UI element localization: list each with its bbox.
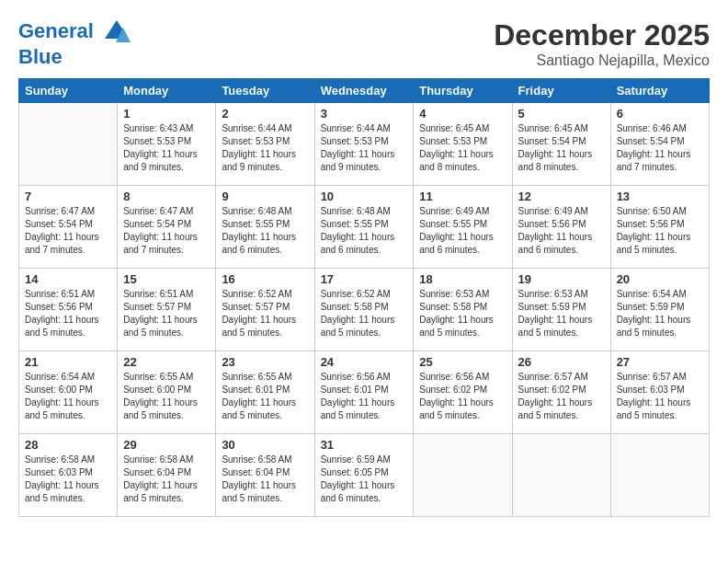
weekday-header-cell: Tuesday bbox=[216, 79, 314, 103]
day-number: 19 bbox=[518, 272, 605, 286]
calendar-day-cell: 4Sunrise: 6:45 AMSunset: 5:53 PMDaylight… bbox=[414, 103, 512, 186]
calendar-week-row: 1Sunrise: 6:43 AMSunset: 5:53 PMDaylight… bbox=[19, 103, 710, 186]
day-number: 21 bbox=[25, 355, 111, 369]
logo: General Blue bbox=[18, 18, 131, 68]
day-info: Sunrise: 6:51 AMSunset: 5:56 PMDaylight:… bbox=[25, 288, 111, 339]
day-info: Sunrise: 6:49 AMSunset: 5:55 PMDaylight:… bbox=[419, 205, 506, 257]
weekday-header-cell: Thursday bbox=[414, 79, 512, 103]
calendar-day-cell: 12Sunrise: 6:49 AMSunset: 5:56 PMDayligh… bbox=[512, 186, 610, 269]
calendar-week-row: 7Sunrise: 6:47 AMSunset: 5:54 PMDaylight… bbox=[19, 186, 710, 269]
calendar-day-cell: 5Sunrise: 6:45 AMSunset: 5:54 PMDaylight… bbox=[512, 103, 610, 186]
calendar-day-cell: 16Sunrise: 6:52 AMSunset: 5:57 PMDayligh… bbox=[216, 269, 314, 351]
day-number: 27 bbox=[617, 355, 703, 369]
title-area: December 2025 Santiago Nejapilla, Mexico bbox=[494, 18, 710, 69]
day-number: 29 bbox=[123, 438, 210, 452]
calendar-week-row: 21Sunrise: 6:54 AMSunset: 6:00 PMDayligh… bbox=[19, 351, 710, 434]
day-info: Sunrise: 6:44 AMSunset: 5:53 PMDaylight:… bbox=[222, 122, 308, 174]
weekday-header-cell: Wednesday bbox=[314, 79, 414, 103]
day-info: Sunrise: 6:52 AMSunset: 5:58 PMDaylight:… bbox=[321, 288, 408, 339]
calendar-week-row: 28Sunrise: 6:58 AMSunset: 6:03 PMDayligh… bbox=[19, 434, 710, 517]
day-info: Sunrise: 6:48 AMSunset: 5:55 PMDaylight:… bbox=[321, 205, 408, 257]
calendar-day-cell: 15Sunrise: 6:51 AMSunset: 5:57 PMDayligh… bbox=[118, 269, 216, 351]
day-info: Sunrise: 6:55 AMSunset: 6:01 PMDaylight:… bbox=[222, 371, 308, 422]
calendar-day-cell: 19Sunrise: 6:53 AMSunset: 5:59 PMDayligh… bbox=[512, 269, 610, 351]
calendar-day-cell: 23Sunrise: 6:55 AMSunset: 6:01 PMDayligh… bbox=[216, 351, 314, 434]
calendar-day-cell: 8Sunrise: 6:47 AMSunset: 5:54 PMDaylight… bbox=[118, 186, 216, 269]
calendar-day-cell: 28Sunrise: 6:58 AMSunset: 6:03 PMDayligh… bbox=[19, 434, 118, 517]
month-title: December 2025 bbox=[494, 18, 710, 52]
day-number: 25 bbox=[419, 355, 506, 369]
day-number: 8 bbox=[123, 190, 210, 203]
calendar-day-cell: 22Sunrise: 6:55 AMSunset: 6:00 PMDayligh… bbox=[118, 351, 216, 434]
calendar-day-cell: 26Sunrise: 6:57 AMSunset: 6:02 PMDayligh… bbox=[512, 351, 610, 434]
weekday-header-cell: Monday bbox=[118, 79, 216, 103]
day-number: 24 bbox=[321, 355, 408, 369]
day-number: 20 bbox=[617, 272, 703, 286]
day-info: Sunrise: 6:59 AMSunset: 6:05 PMDaylight:… bbox=[321, 454, 408, 505]
calendar-day-cell: 2Sunrise: 6:44 AMSunset: 5:53 PMDaylight… bbox=[216, 103, 314, 186]
calendar-day-cell bbox=[414, 434, 512, 517]
day-info: Sunrise: 6:48 AMSunset: 5:55 PMDaylight:… bbox=[222, 205, 308, 257]
day-info: Sunrise: 6:45 AMSunset: 5:54 PMDaylight:… bbox=[518, 122, 605, 174]
calendar-day-cell: 20Sunrise: 6:54 AMSunset: 5:59 PMDayligh… bbox=[610, 269, 709, 351]
calendar-body: 1Sunrise: 6:43 AMSunset: 5:53 PMDaylight… bbox=[19, 103, 710, 517]
page-header: General Blue December 2025 Santiago Neja… bbox=[18, 18, 710, 69]
day-info: Sunrise: 6:54 AMSunset: 5:59 PMDaylight:… bbox=[617, 288, 703, 339]
calendar-day-cell: 29Sunrise: 6:58 AMSunset: 6:04 PMDayligh… bbox=[118, 434, 216, 517]
day-info: Sunrise: 6:51 AMSunset: 5:57 PMDaylight:… bbox=[123, 288, 210, 339]
calendar-day-cell: 17Sunrise: 6:52 AMSunset: 5:58 PMDayligh… bbox=[314, 269, 414, 351]
day-number: 1 bbox=[123, 107, 210, 121]
day-number: 22 bbox=[123, 355, 210, 369]
calendar-day-cell: 9Sunrise: 6:48 AMSunset: 5:55 PMDaylight… bbox=[216, 186, 314, 269]
day-number: 9 bbox=[222, 190, 308, 203]
day-number: 31 bbox=[321, 438, 408, 452]
day-info: Sunrise: 6:46 AMSunset: 5:54 PMDaylight:… bbox=[617, 122, 703, 174]
calendar-day-cell: 31Sunrise: 6:59 AMSunset: 6:05 PMDayligh… bbox=[314, 434, 414, 517]
day-info: Sunrise: 6:53 AMSunset: 5:58 PMDaylight:… bbox=[419, 288, 506, 339]
calendar-day-cell bbox=[19, 103, 118, 186]
calendar-day-cell: 13Sunrise: 6:50 AMSunset: 5:56 PMDayligh… bbox=[610, 186, 709, 269]
day-number: 6 bbox=[617, 107, 703, 121]
day-number: 26 bbox=[518, 355, 605, 369]
day-number: 2 bbox=[222, 107, 308, 121]
day-number: 16 bbox=[222, 272, 308, 286]
day-info: Sunrise: 6:47 AMSunset: 5:54 PMDaylight:… bbox=[25, 205, 111, 257]
day-number: 13 bbox=[617, 190, 703, 203]
day-info: Sunrise: 6:43 AMSunset: 5:53 PMDaylight:… bbox=[123, 122, 210, 174]
day-number: 23 bbox=[222, 355, 308, 369]
day-info: Sunrise: 6:55 AMSunset: 6:00 PMDaylight:… bbox=[123, 371, 210, 422]
day-number: 7 bbox=[25, 190, 111, 203]
day-number: 5 bbox=[518, 107, 605, 121]
location: Santiago Nejapilla, Mexico bbox=[494, 52, 710, 69]
day-info: Sunrise: 6:50 AMSunset: 5:56 PMDaylight:… bbox=[617, 205, 703, 257]
calendar-table: SundayMondayTuesdayWednesdayThursdayFrid… bbox=[18, 78, 710, 517]
calendar-week-row: 14Sunrise: 6:51 AMSunset: 5:56 PMDayligh… bbox=[19, 269, 710, 351]
day-number: 14 bbox=[25, 272, 111, 286]
day-info: Sunrise: 6:53 AMSunset: 5:59 PMDaylight:… bbox=[518, 288, 605, 339]
calendar-day-cell: 10Sunrise: 6:48 AMSunset: 5:55 PMDayligh… bbox=[314, 186, 414, 269]
calendar-day-cell: 21Sunrise: 6:54 AMSunset: 6:00 PMDayligh… bbox=[19, 351, 118, 434]
day-number: 15 bbox=[123, 272, 210, 286]
day-info: Sunrise: 6:58 AMSunset: 6:04 PMDaylight:… bbox=[123, 454, 210, 505]
day-info: Sunrise: 6:49 AMSunset: 5:56 PMDaylight:… bbox=[518, 205, 605, 257]
calendar-day-cell: 30Sunrise: 6:58 AMSunset: 6:04 PMDayligh… bbox=[216, 434, 314, 517]
logo-text: General Blue bbox=[18, 18, 131, 68]
day-number: 10 bbox=[321, 190, 408, 203]
day-number: 28 bbox=[25, 438, 111, 452]
day-info: Sunrise: 6:57 AMSunset: 6:03 PMDaylight:… bbox=[617, 371, 703, 422]
calendar-day-cell bbox=[610, 434, 709, 517]
calendar-day-cell: 14Sunrise: 6:51 AMSunset: 5:56 PMDayligh… bbox=[19, 269, 118, 351]
day-number: 30 bbox=[222, 438, 308, 452]
day-info: Sunrise: 6:58 AMSunset: 6:03 PMDaylight:… bbox=[25, 454, 111, 505]
day-info: Sunrise: 6:57 AMSunset: 6:02 PMDaylight:… bbox=[518, 371, 605, 422]
weekday-header-cell: Friday bbox=[512, 79, 610, 103]
calendar-day-cell: 27Sunrise: 6:57 AMSunset: 6:03 PMDayligh… bbox=[610, 351, 709, 434]
day-number: 12 bbox=[518, 190, 605, 203]
calendar-day-cell bbox=[512, 434, 610, 517]
day-info: Sunrise: 6:56 AMSunset: 6:01 PMDaylight:… bbox=[321, 371, 408, 422]
day-number: 11 bbox=[419, 190, 506, 203]
calendar-day-cell: 1Sunrise: 6:43 AMSunset: 5:53 PMDaylight… bbox=[118, 103, 216, 186]
day-info: Sunrise: 6:45 AMSunset: 5:53 PMDaylight:… bbox=[419, 122, 506, 174]
day-info: Sunrise: 6:54 AMSunset: 6:00 PMDaylight:… bbox=[25, 371, 111, 422]
weekday-header-cell: Sunday bbox=[19, 79, 118, 103]
